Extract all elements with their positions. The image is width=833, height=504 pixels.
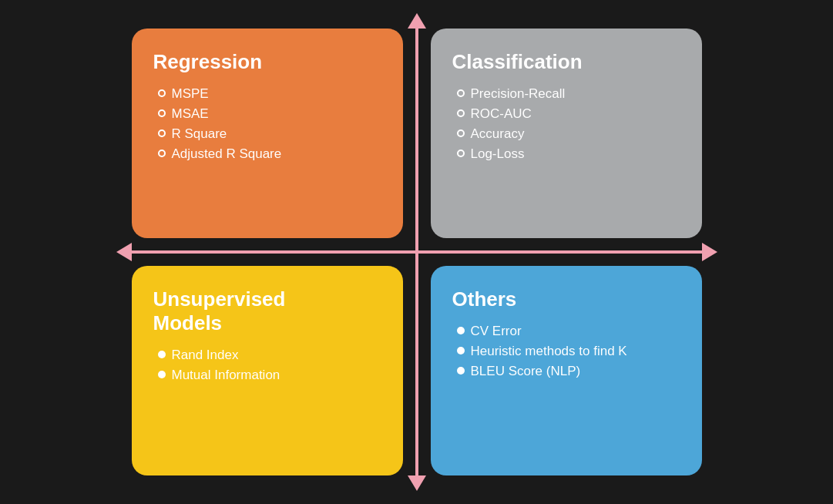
regression-item-adjusted: Adjusted R Square	[153, 146, 381, 162]
unsupervised-title: UnsupervisedModels	[153, 287, 381, 335]
regression-item-msae: MSAE	[153, 106, 381, 122]
bullet-icon	[158, 109, 166, 117]
regression-item-mspe: MSPE	[153, 86, 381, 102]
bullet-icon	[158, 129, 166, 137]
classification-item-logloss: Log-Loss	[452, 146, 680, 162]
bullet-icon	[457, 89, 465, 97]
bullet-icon	[457, 150, 465, 157]
others-list: CV Error Heuristic methods to find K BLE…	[452, 324, 680, 379]
others-item-cv: CV Error	[452, 324, 680, 339]
diagram-container: Regression MSPE MSAE R Square Adjusted R…	[116, 13, 717, 491]
others-item-label: BLEU Score (NLP)	[471, 364, 581, 379]
others-title: Others	[452, 287, 680, 311]
unsupervised-list: Rand Index Mutual Information	[153, 348, 381, 383]
classification-item-label: Accuracy	[471, 126, 525, 142]
others-quadrant: Others CV Error Heuristic methods to fin…	[431, 266, 702, 475]
classification-item-label: Precision-Recall	[471, 86, 566, 102]
bullet-icon	[457, 367, 465, 375]
bullet-icon	[158, 371, 166, 378]
regression-title: Regression	[153, 50, 381, 74]
bullet-icon	[158, 150, 166, 157]
classification-item-label: Log-Loss	[471, 146, 525, 162]
regression-item-rsquare: R Square	[153, 126, 381, 142]
regression-item-label: R Square	[172, 126, 227, 142]
classification-quadrant: Classification Precision-Recall ROC-AUC …	[431, 29, 702, 238]
quadrant-grid: Regression MSPE MSAE R Square Adjusted R…	[132, 29, 702, 475]
bullet-icon	[158, 89, 166, 97]
arrow-head-right	[702, 243, 717, 261]
unsupervised-item-rand: Rand Index	[153, 348, 381, 363]
others-item-label: CV Error	[471, 324, 522, 339]
classification-item-roc: ROC-AUC	[452, 106, 680, 122]
bullet-icon	[457, 109, 465, 117]
arrow-head-left	[116, 243, 132, 261]
bullet-icon	[158, 351, 166, 358]
bullet-icon	[457, 327, 465, 334]
regression-quadrant: Regression MSPE MSAE R Square Adjusted R…	[132, 29, 403, 238]
regression-item-label: Adjusted R Square	[172, 146, 282, 162]
arrow-head-down	[408, 475, 426, 491]
classification-item-label: ROC-AUC	[471, 106, 532, 122]
bullet-icon	[457, 129, 465, 137]
classification-title: Classification	[452, 50, 680, 74]
regression-item-label: MSPE	[172, 86, 209, 102]
others-item-heuristic: Heuristic methods to find K	[452, 344, 680, 359]
regression-item-label: MSAE	[172, 106, 209, 122]
classification-item-precision: Precision-Recall	[452, 86, 680, 102]
unsupervised-item-mutual: Mutual Information	[153, 368, 381, 383]
regression-list: MSPE MSAE R Square Adjusted R Square	[153, 86, 381, 162]
others-item-bleu: BLEU Score (NLP)	[452, 364, 680, 379]
unsupervised-quadrant: UnsupervisedModels Rand Index Mutual Inf…	[132, 266, 403, 475]
others-item-label: Heuristic methods to find K	[471, 344, 627, 359]
unsupervised-item-label: Rand Index	[172, 348, 239, 363]
classification-item-accuracy: Accuracy	[452, 126, 680, 142]
arrow-head-up	[408, 13, 426, 29]
bullet-icon	[457, 347, 465, 354]
unsupervised-item-label: Mutual Information	[172, 368, 280, 383]
classification-list: Precision-Recall ROC-AUC Accuracy Log-Lo…	[452, 86, 680, 162]
